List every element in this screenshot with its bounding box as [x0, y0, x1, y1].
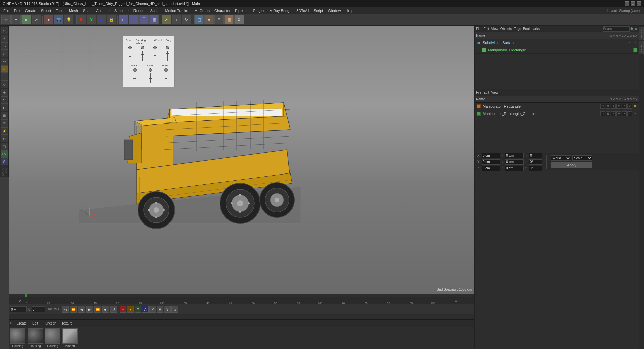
tool10[interactable]: S	[1, 96, 8, 104]
menu-sculpt[interactable]: Sculpt	[148, 8, 163, 13]
camera-btn[interactable]: 📷	[54, 15, 63, 24]
tl-scale-btn[interactable]: S	[164, 306, 171, 313]
scale-tool[interactable]: ↕	[1, 73, 8, 81]
om-row-subdivision[interactable]: ⊞ Subdivision Surface ✓ ✕	[475, 39, 639, 46]
coord-p-input[interactable]	[529, 159, 542, 165]
maximize-button[interactable]: □	[631, 1, 635, 6]
poly-select[interactable]: ◇	[1, 50, 8, 57]
coord-b-input[interactable]	[529, 166, 542, 171]
mat-menu-texture[interactable]: Texture	[60, 321, 74, 325]
tl-question[interactable]: ?	[135, 306, 141, 313]
rotate-btn[interactable]: ↻	[182, 15, 191, 24]
om-menu-tags[interactable]: Tags	[514, 27, 521, 31]
wireframe-btn[interactable]: ◱	[194, 15, 204, 24]
tool14[interactable]: ⚡	[1, 127, 8, 135]
mat-menu-edit[interactable]: Edit	[31, 321, 39, 325]
om-menu-file[interactable]: File	[476, 27, 481, 31]
menu-motion-tracker[interactable]: Motion Tracker	[163, 8, 192, 13]
tool15[interactable]: ⊗	[1, 135, 8, 142]
rs-attributes-btn[interactable]: Attributes	[639, 27, 644, 40]
tool16[interactable]: ◫	[1, 143, 8, 150]
tl-sub-input[interactable]	[32, 306, 45, 312]
tl-next-frame[interactable]: ⏩	[94, 306, 101, 313]
menu-help[interactable]: Help	[344, 8, 356, 13]
move-btn[interactable]: ⤢	[162, 15, 171, 24]
tl-pos[interactable]: P	[149, 306, 156, 313]
scale-btn[interactable]: ↕	[172, 15, 181, 24]
ctrl-wheel[interactable]	[153, 46, 157, 61]
om-menu-bookmarks[interactable]: Bookmarks	[523, 27, 540, 31]
lock-btn[interactable]: 🔒	[107, 15, 116, 24]
tl-auto[interactable]: A	[142, 306, 149, 313]
menu-3dtoall[interactable]: 3DToAll	[294, 8, 311, 13]
timeline-ruler[interactable]: 0 F 0 5 10 15 20 25 30 35 40 45 50 55 60…	[9, 297, 474, 304]
material-swatch-3[interactable]: Housing	[45, 328, 60, 348]
tl-record-red[interactable]: ●	[120, 306, 126, 313]
menu-mesh[interactable]: Mesh	[67, 8, 80, 13]
coord-scale-select[interactable]: Scale	[572, 155, 592, 161]
x-axis-btn[interactable]: X	[76, 15, 86, 24]
z-axis-btn[interactable]: Z	[97, 15, 106, 24]
render-btn[interactable]: ●	[44, 15, 53, 24]
save-button[interactable]: ↗	[32, 15, 41, 24]
coord-h-input[interactable]	[529, 153, 542, 158]
gouraud-btn[interactable]: ●	[204, 15, 214, 24]
menu-vray[interactable]: V-Ray Bridge	[268, 8, 294, 13]
om-row-manipulator[interactable]: Manipulator_Rectangle	[475, 46, 639, 54]
menu-snap[interactable]: Snap	[81, 8, 94, 13]
rotate-tool[interactable]: ↻	[1, 81, 8, 88]
coord-y2-input[interactable]	[505, 159, 524, 165]
coord-z2-input[interactable]	[505, 166, 524, 171]
tl-play[interactable]: ▶	[86, 306, 93, 313]
open-button[interactable]: ▶	[21, 15, 31, 24]
tl-goto-end[interactable]: ⏭	[102, 306, 109, 313]
material-swatch-2[interactable]: Housing	[28, 328, 43, 348]
menu-tools[interactable]: Tools	[54, 8, 66, 13]
minimize-button[interactable]: ─	[625, 1, 629, 6]
freehand[interactable]: ✏	[1, 58, 8, 65]
scene-row-maniprect[interactable]: Manipulator_Rectangle □ ▧ ≡ ⊞ ↗ ↙ ✕	[475, 103, 639, 110]
menu-script[interactable]: Script	[312, 8, 325, 13]
menu-window[interactable]: Window	[326, 8, 343, 13]
tool9[interactable]: ⊕	[1, 89, 8, 96]
menu-render[interactable]: Render	[131, 8, 148, 13]
material-swatch-1[interactable]: Housing	[10, 328, 25, 348]
menu-edit[interactable]: Edit	[12, 8, 22, 13]
new-button[interactable]: +	[11, 15, 21, 24]
ctrl-body[interactable]	[166, 46, 169, 61]
undo-button[interactable]: ↩	[1, 15, 11, 24]
menu-simulate[interactable]: Simulate	[112, 8, 131, 13]
tl-loop[interactable]: ↺	[110, 306, 117, 313]
ctrl-steering[interactable]	[141, 46, 144, 61]
move-tool[interactable]: ⤢	[1, 65, 8, 73]
menu-pipeline[interactable]: Pipeline	[233, 8, 250, 13]
rect-select[interactable]: ▭	[1, 42, 8, 50]
live-select[interactable]: ◎	[1, 35, 8, 42]
menu-create[interactable]: Create	[23, 8, 38, 13]
rs-content-btn[interactable]: Content	[639, 41, 644, 54]
tool12[interactable]: ⊞	[1, 112, 8, 119]
apply-button[interactable]: Apply	[551, 162, 592, 168]
material-swatch-4[interactable]: lambert	[62, 328, 78, 348]
light-btn[interactable]: 💡	[64, 15, 73, 24]
tl-record-orange[interactable]: ●	[127, 306, 134, 313]
om-menu-view[interactable]: View	[491, 27, 498, 31]
menu-animate[interactable]: Animate	[94, 8, 112, 13]
viewport[interactable]: ⊕ File Cameras Display Options Filter Pa…	[9, 26, 474, 294]
scene-row-maniprect-ctrl[interactable]: Manipulator_Rectangle_Controllers □ ▧ ≡ …	[475, 110, 639, 117]
model-btn[interactable]: ◻	[119, 15, 128, 24]
tl-play-back[interactable]: ◀	[78, 306, 85, 313]
coord-z-input[interactable]	[482, 166, 500, 171]
quick-btn[interactable]: ⚙	[234, 15, 244, 24]
scene-menu-file[interactable]: File	[476, 91, 481, 94]
tl-goto-start[interactable]: ⏮	[62, 306, 69, 313]
tl-frame-input[interactable]	[10, 306, 27, 312]
mat-menu-create[interactable]: Create	[15, 321, 28, 325]
edge-btn[interactable]: ⌒	[139, 15, 149, 24]
y-axis-btn[interactable]: Y	[87, 15, 96, 24]
menu-mograph[interactable]: MoGraph	[192, 8, 212, 13]
mat-menu-function[interactable]: Function	[42, 321, 57, 325]
menu-file[interactable]: File	[1, 8, 11, 13]
poly-btn[interactable]: ▦	[149, 15, 159, 24]
om-search-input[interactable]	[603, 26, 630, 32]
